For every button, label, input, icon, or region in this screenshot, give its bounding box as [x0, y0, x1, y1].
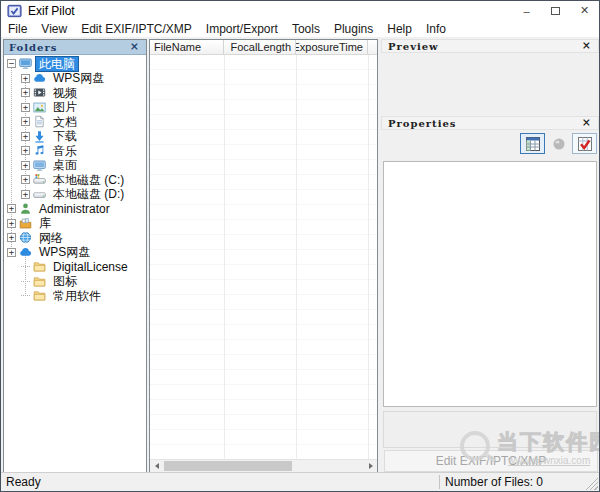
tree-item[interactable]: +网络 [4, 230, 146, 245]
minimize-icon: – [523, 5, 529, 17]
expand-icon[interactable]: + [7, 248, 16, 257]
horizontal-scrollbar[interactable] [150, 459, 377, 472]
tree-item[interactable]: +本地磁盘 (C:) [4, 172, 146, 187]
expand-icon[interactable]: + [21, 161, 30, 170]
properties-list[interactable] [383, 161, 597, 407]
tree-item-label[interactable]: 视频 [50, 86, 80, 100]
tree-item-label[interactable]: 桌面 [50, 158, 80, 172]
column-header-focallength[interactable]: FocalLength [224, 40, 296, 54]
folder-icon [33, 275, 46, 288]
collapse-icon[interactable]: − [7, 59, 16, 68]
tree-item-label[interactable]: 文档 [50, 115, 80, 129]
expand-icon[interactable]: + [21, 175, 30, 184]
tree-item-label[interactable]: 此电脑 [36, 57, 78, 71]
tree-item[interactable]: +WPS网盘 [4, 71, 146, 86]
menu-bar: FileViewEdit EXIF/IPTC/XMPImport/ExportT… [1, 20, 599, 37]
tree-item[interactable]: +视频 [4, 85, 146, 100]
maximize-button[interactable] [541, 1, 570, 20]
status-files-count: Number of Files: 0 [445, 475, 543, 489]
tree-item-label[interactable]: 库 [36, 216, 54, 230]
tree-item-label[interactable]: 下载 [50, 129, 80, 143]
video-icon [33, 86, 46, 99]
tree-item[interactable]: 图标 [4, 274, 146, 289]
tree-item[interactable]: +图片 [4, 100, 146, 115]
column-divider [224, 55, 225, 459]
menu-item-plugins[interactable]: Plugins [327, 21, 380, 37]
menu-item-file[interactable]: File [1, 21, 34, 37]
tree-item[interactable]: +本地磁盘 (D:) [4, 187, 146, 202]
expand-icon[interactable]: + [7, 233, 16, 242]
expand-icon[interactable]: + [21, 132, 30, 141]
scroll-right-button[interactable] [364, 460, 377, 472]
properties-close-icon[interactable]: × [578, 118, 596, 128]
tree-item[interactable]: +下载 [4, 129, 146, 144]
network-icon [19, 231, 32, 244]
library-icon [19, 217, 32, 230]
menu-item-info[interactable]: Info [419, 21, 453, 37]
sphere-button[interactable] [546, 133, 571, 154]
expand-icon[interactable]: + [21, 146, 30, 155]
expand-icon[interactable]: + [21, 103, 30, 112]
tree-item[interactable]: +桌面 [4, 158, 146, 173]
tree-item-label[interactable]: 网络 [36, 231, 66, 245]
expand-icon[interactable]: + [7, 204, 16, 213]
system-disk-icon [33, 173, 46, 186]
tree-item-label[interactable]: 常用软件 [50, 289, 104, 303]
column-divider [296, 55, 297, 459]
tree-item[interactable]: +音乐 [4, 143, 146, 158]
column-divider [368, 55, 369, 459]
tree-item-label[interactable]: Administrator [36, 202, 113, 216]
minimize-button[interactable]: – [512, 1, 541, 20]
properties-panel-header: Properties × [381, 116, 599, 130]
validate-grid-icon [577, 136, 593, 152]
menu-item-view[interactable]: View [34, 21, 74, 37]
tree-item-label[interactable]: 图片 [50, 100, 80, 114]
expand-icon[interactable]: + [7, 219, 16, 228]
folders-panel-title: Folders [9, 42, 57, 53]
scroll-left-button[interactable] [150, 460, 163, 472]
tree-item[interactable]: +库 [4, 216, 146, 231]
file-table-header: FileNameFocalLengthExposureTime [150, 40, 377, 55]
tree-item[interactable]: +Administrator [4, 201, 146, 216]
preview-close-icon[interactable]: × [578, 41, 596, 51]
preview-panel: Preview × [381, 39, 599, 113]
tree-item[interactable]: 常用软件 [4, 288, 146, 303]
tree-item[interactable]: −此电脑 [4, 56, 146, 71]
tree-item-label[interactable]: 音乐 [50, 144, 80, 158]
menu-item-tools[interactable]: Tools [285, 21, 327, 37]
details-view-button[interactable] [520, 133, 545, 154]
expand-icon[interactable]: + [21, 117, 30, 126]
menu-item-import-export[interactable]: Import/Export [199, 21, 285, 37]
document-icon [33, 115, 46, 128]
tree-item[interactable]: +文档 [4, 114, 146, 129]
edit-exif-button[interactable]: Edit EXIF/IPTC/XMP [384, 450, 598, 472]
window-title: Exif Pilot [28, 4, 75, 18]
app-logo-icon [7, 4, 22, 18]
scrollbar-thumb[interactable] [164, 461, 292, 471]
tree-item-label[interactable]: 本地磁盘 (D:) [50, 187, 127, 201]
expand-icon[interactable]: + [21, 74, 30, 83]
tree-item-label[interactable]: WPS网盘 [50, 71, 107, 85]
folders-panel: Folders × −此电脑+WPS网盘+视频+图片+文档+下载+音乐+桌面+本… [3, 39, 147, 473]
resize-grip[interactable] [585, 477, 598, 490]
expand-icon[interactable]: + [21, 88, 30, 97]
close-button[interactable]: ✕ [570, 1, 599, 20]
tree-item[interactable]: +WPS网盘 [4, 245, 146, 260]
details-view-icon [525, 136, 541, 152]
disk-icon [33, 188, 46, 201]
menu-item-help[interactable]: Help [380, 21, 419, 37]
column-header-filename[interactable]: FileName [150, 40, 224, 54]
tree-item-label[interactable]: 本地磁盘 (C:) [50, 173, 127, 187]
tree-item-label[interactable]: WPS网盘 [36, 245, 93, 259]
window-controls: – ✕ [512, 1, 599, 20]
tree-item[interactable]: DigitalLicense [4, 259, 146, 274]
tree-connector-dash [21, 281, 30, 282]
file-table-body[interactable] [150, 55, 377, 459]
folders-close-icon[interactable]: × [126, 42, 144, 52]
tree-item-label[interactable]: DigitalLicense [50, 260, 131, 274]
validate-grid-button[interactable] [572, 133, 597, 154]
tree-item-label[interactable]: 图标 [50, 274, 80, 288]
menu-item-edit-exif-iptc-xmp[interactable]: Edit EXIF/IPTC/XMP [74, 21, 199, 37]
expand-icon[interactable]: + [21, 190, 30, 199]
column-header-exposuretime[interactable]: ExposureTime [296, 40, 368, 54]
